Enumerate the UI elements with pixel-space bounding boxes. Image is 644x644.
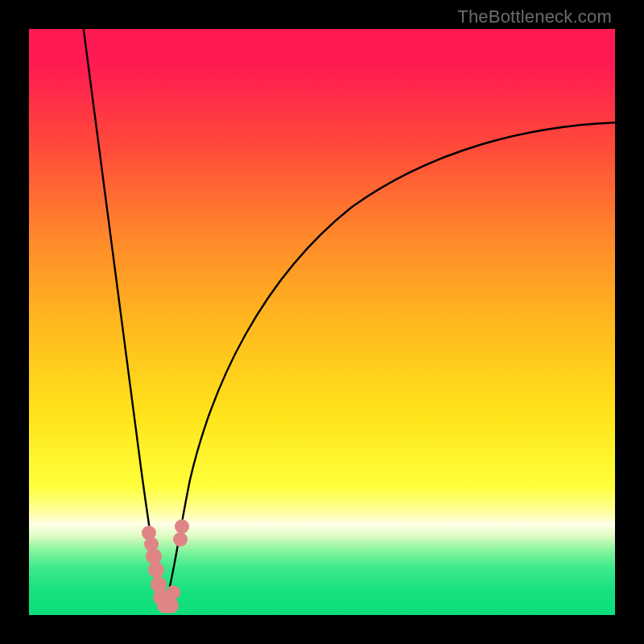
marker-dot — [148, 562, 164, 578]
curve-right-branch — [164, 122, 615, 609]
marker-dot — [175, 519, 189, 534]
marker-dot — [146, 548, 162, 564]
chart-plot-area — [29, 29, 615, 615]
chart-frame: TheBottleneck.com — [0, 0, 644, 644]
marker-group — [142, 519, 189, 613]
watermark-text: TheBottleneck.com — [457, 6, 612, 27]
curve-left-branch — [83, 29, 164, 609]
marker-dot — [173, 532, 188, 547]
chart-svg — [29, 29, 615, 615]
marker-dot — [166, 585, 180, 600]
marker-dot — [163, 597, 179, 613]
